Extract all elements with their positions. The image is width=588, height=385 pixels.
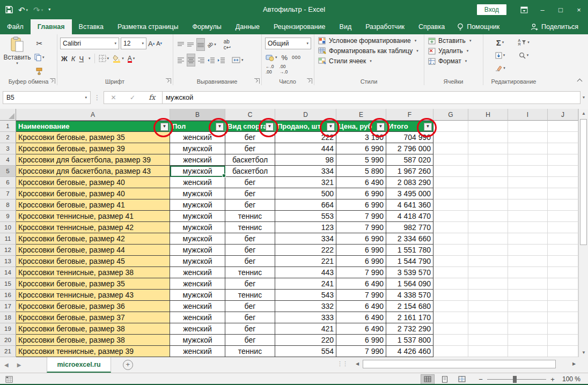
sheet-nav-right-icon[interactable]: ▶ (13, 357, 26, 373)
vertical-scroll-thumb[interactable] (580, 119, 587, 245)
cell[interactable]: 5 890 (336, 166, 386, 177)
cell[interactable]: 6 990 (336, 188, 386, 199)
align-bottom-button[interactable] (196, 38, 205, 51)
cell[interactable]: женский (170, 278, 225, 290)
cell[interactable]: 2 732 290 (386, 323, 433, 335)
increase-font-size-button[interactable]: A▴ (148, 38, 155, 49)
cell[interactable]: 3 495 000 (386, 188, 433, 199)
cell[interactable] (508, 143, 548, 154)
cell[interactable] (508, 346, 548, 357)
horizontal-scrollbar[interactable]: ◀ ▶ (353, 359, 578, 369)
increase-indent-button[interactable] (217, 54, 225, 66)
cell[interactable]: женский (170, 154, 225, 166)
cell[interactable]: 554 (275, 346, 336, 357)
copy-button[interactable]: ▾ (34, 51, 45, 63)
cell[interactable]: бег (225, 233, 275, 245)
tab-файл[interactable]: Файл (0, 19, 31, 34)
cell[interactable]: бег (225, 278, 275, 290)
close-button[interactable]: × (570, 0, 588, 19)
tab-главная[interactable]: Главная (31, 19, 72, 34)
tab-вставка[interactable]: Вставка (72, 19, 111, 34)
cell[interactable]: 6 990 (336, 335, 386, 346)
cell[interactable]: Кроссовки беговые, размер 45 (16, 256, 170, 267)
cell[interactable]: Кроссовки теннисные, размер 43 (16, 290, 170, 301)
cell[interactable] (508, 278, 548, 290)
fill-color-button[interactable]: ▾ (113, 53, 124, 64)
cell[interactable]: бег (225, 256, 275, 267)
comma-style-button[interactable]: 000 (292, 51, 301, 63)
cell[interactable]: женский (170, 132, 225, 143)
cell[interactable] (468, 177, 508, 188)
page-break-view-button[interactable] (455, 374, 469, 384)
cell[interactable] (468, 256, 508, 267)
cell[interactable] (468, 346, 508, 357)
cell[interactable] (508, 335, 548, 346)
cell[interactable]: 7 990 (336, 222, 386, 233)
merge-center-button[interactable]: ▾ (232, 54, 244, 66)
font-name-select[interactable]: Calibri▾ (60, 38, 119, 49)
cell[interactable] (468, 233, 508, 245)
cell[interactable] (548, 267, 578, 278)
cell[interactable]: 6 990 (336, 199, 386, 211)
bold-button[interactable]: Ж (61, 53, 68, 64)
row-header[interactable]: 10 (0, 222, 16, 233)
cell[interactable]: 7 990 (336, 211, 386, 222)
cell[interactable] (433, 346, 468, 357)
tab-вид[interactable]: Вид (333, 19, 359, 34)
insert-function-icon[interactable]: fx (149, 93, 155, 101)
column-header[interactable]: F (386, 109, 433, 121)
cell[interactable]: женский (170, 301, 225, 312)
cell[interactable]: 332 (275, 301, 336, 312)
sheet-tab[interactable]: microexcel.ru (47, 357, 111, 373)
row-header[interactable]: 6 (0, 177, 16, 188)
cell[interactable]: Кроссовки беговые, размер 38 (16, 335, 170, 346)
cell[interactable]: 334 (275, 233, 336, 245)
row-header[interactable]: 1 (0, 121, 16, 132)
underline-button[interactable]: Ч (79, 53, 84, 64)
cell[interactable]: 553 (275, 211, 336, 222)
cell[interactable]: бег (225, 301, 275, 312)
zoom-slider[interactable] (487, 379, 546, 380)
cell[interactable]: 500 (275, 188, 336, 199)
cell[interactable] (548, 323, 578, 335)
tab-данные[interactable]: Данные (229, 19, 267, 34)
expand-formula-bar-icon[interactable]: ▾ (583, 95, 585, 100)
tab-разработчик[interactable]: Разработчик (358, 19, 411, 34)
minimize-button[interactable]: – (533, 0, 552, 19)
autosum-button[interactable]: Σ▾ (488, 36, 512, 48)
cell[interactable]: Кроссовки беговые, размер 37 (16, 312, 170, 323)
cell[interactable] (548, 290, 578, 301)
name-box[interactable]: B5▾ (3, 91, 91, 104)
cell[interactable]: 587 020 (386, 154, 433, 166)
row-header[interactable]: 15 (0, 278, 16, 290)
row-header[interactable]: 9 (0, 211, 16, 222)
zoom-out-icon[interactable]: − (476, 375, 485, 383)
filter-button[interactable]: ▼ (327, 123, 335, 131)
cell[interactable]: мужской (170, 222, 225, 233)
tab-разметка-страницы[interactable]: Разметка страницы (111, 19, 185, 34)
cell[interactable] (548, 188, 578, 199)
cell[interactable]: Кроссовки теннисные, размер 42 (16, 222, 170, 233)
cell[interactable]: Кроссовки беговые, размер 42 (16, 233, 170, 245)
row-header[interactable]: 20 (0, 335, 16, 346)
cell[interactable]: Кроссовки беговые, размер 35 (16, 278, 170, 290)
ribbon-display-options-icon[interactable] (515, 0, 533, 19)
format-painter-button[interactable] (34, 65, 45, 77)
cell[interactable]: 6 490 (336, 312, 386, 323)
cell[interactable]: 2 154 680 (386, 301, 433, 312)
table-header-cell[interactable]: Цена, руб▼ (336, 121, 386, 132)
cell[interactable]: бег (225, 335, 275, 346)
zoom-slider-thumb[interactable] (513, 376, 517, 383)
cell[interactable]: 7 990 (336, 290, 386, 301)
cell[interactable] (433, 222, 468, 233)
cell[interactable] (508, 166, 548, 177)
cell[interactable]: 6 490 (336, 323, 386, 335)
cell[interactable]: 3 190 (336, 132, 386, 143)
scroll-left-icon[interactable]: ◀ (353, 360, 362, 368)
find-select-button[interactable]: ▾ (512, 49, 535, 61)
cell[interactable] (508, 211, 548, 222)
cell[interactable]: баскетбол (225, 154, 275, 166)
scroll-up-icon[interactable]: ▲ (579, 109, 588, 118)
cell[interactable] (508, 132, 548, 143)
cell[interactable]: 7 990 (336, 346, 386, 357)
